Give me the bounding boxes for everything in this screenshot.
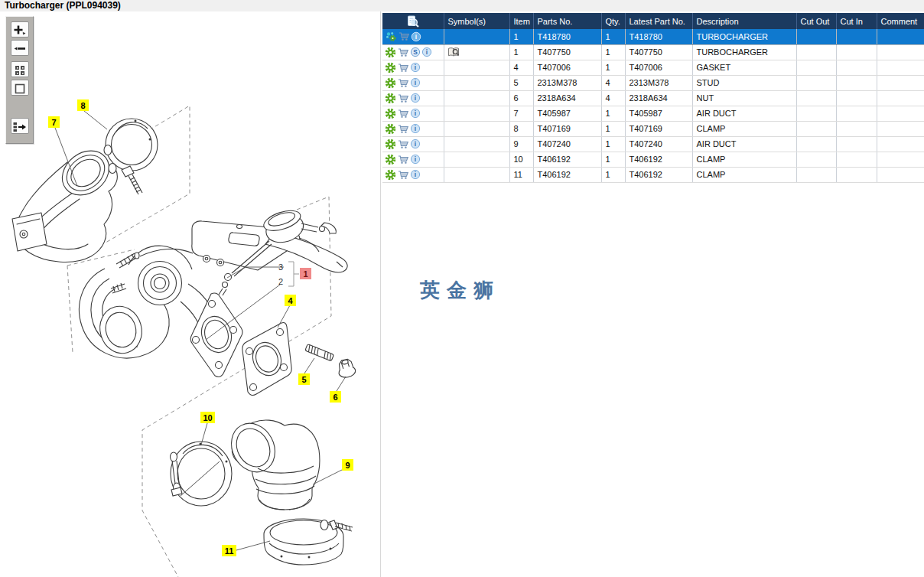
part-clamp-11[interactable]	[264, 519, 353, 565]
column-header-cut_out[interactable]: Cut Out	[796, 13, 836, 29]
gear-icon[interactable]	[385, 93, 396, 104]
add-to-cart-icon[interactable]	[397, 169, 409, 181]
toggle-list-icon	[13, 122, 27, 132]
cell-comment	[877, 167, 924, 182]
add-to-cart-icon[interactable]	[397, 139, 409, 150]
cell-qty: 1	[601, 167, 625, 182]
part-row-6-item-7[interactable]: i7T4059871T405987AIR DUCT	[382, 106, 924, 121]
cell-latest_part_no: 2318A634	[625, 90, 692, 106]
cell-symbols	[444, 106, 509, 121]
zoom-in-button[interactable]	[11, 21, 29, 37]
callout-label-9[interactable]: 9	[345, 461, 350, 470]
add-to-cart-icon[interactable]	[397, 77, 409, 89]
gear-icon[interactable]	[385, 139, 396, 150]
column-header-comment[interactable]: Comment	[877, 13, 924, 29]
item-1-bracket	[288, 262, 299, 286]
gear-icon[interactable]	[385, 47, 396, 58]
cell-symbols	[444, 152, 509, 167]
cell-qty: 1	[601, 136, 625, 152]
cell-item: 6	[509, 90, 533, 106]
add-to-cart-icon[interactable]	[397, 93, 409, 104]
part-air-duct-9[interactable]	[223, 416, 320, 510]
add-to-cart-icon[interactable]	[398, 31, 410, 42]
cell-parts_no: T405987	[533, 106, 601, 121]
zoom-out-button[interactable]	[11, 40, 29, 56]
info-icon[interactable]: i	[410, 154, 421, 165]
column-header-qty[interactable]: Qty.	[601, 13, 625, 29]
info-icon[interactable]: i	[411, 31, 421, 42]
column-header-latest_part_no[interactable]: Latest Part No.	[625, 13, 692, 29]
cell-cut_in	[836, 152, 877, 167]
info-icon[interactable]: i	[410, 108, 421, 119]
replaced-part-icon[interactable]	[385, 31, 397, 42]
symbol-book-icon[interactable]	[447, 47, 460, 58]
svg-text:i: i	[415, 109, 416, 117]
callout-label-11[interactable]: 11	[225, 546, 234, 556]
gear-icon[interactable]	[385, 77, 396, 89]
callout-label-7[interactable]: 7	[51, 118, 56, 127]
info-icon[interactable]: i	[410, 93, 421, 103]
cell-description: TURBOCHARGER	[692, 44, 796, 60]
callout-label-5[interactable]: 5	[301, 375, 306, 384]
cell-latest_part_no: T406192	[625, 167, 692, 182]
part-row-7-item-8[interactable]: i8T4071691T407169CLAMP	[382, 121, 924, 136]
column-header-cut_in[interactable]: Cut In	[836, 13, 877, 29]
tile-view-button[interactable]	[11, 61, 29, 77]
part-clamp-10[interactable]	[171, 442, 233, 506]
callout-label-6[interactable]: 6	[333, 393, 337, 402]
supersession-icon[interactable]: S	[410, 47, 421, 57]
parts-table-body: i1T4187801T418780TURBOCHARGERSi1T4077501…	[382, 29, 924, 182]
info-icon[interactable]: i	[410, 62, 421, 73]
part-row-5-item-6[interactable]: i62318A63442318A634NUT	[382, 90, 924, 106]
info-icon[interactable]: i	[421, 47, 432, 57]
diagram-toolbar	[5, 16, 34, 144]
add-to-cart-icon[interactable]	[397, 108, 409, 119]
add-to-cart-icon[interactable]	[397, 154, 409, 165]
column-header-description[interactable]: Description	[692, 13, 796, 29]
gear-icon[interactable]	[385, 62, 396, 73]
column-header-item[interactable]: Item	[509, 13, 533, 29]
pane-divider[interactable]	[380, 11, 381, 577]
callout-label-4[interactable]: 4	[288, 296, 293, 305]
column-header-symbols[interactable]: Symbol(s)	[444, 13, 509, 29]
gear-icon[interactable]	[385, 154, 396, 165]
part-row-2-item-1[interactable]: Si1T4077501T407750TURBOCHARGER	[382, 44, 924, 60]
part-row-4-item-5[interactable]: i52313M37842313M378STUD	[382, 75, 924, 90]
callout-label-1[interactable]: 1	[303, 269, 307, 279]
cell-description: STUD	[692, 75, 796, 90]
info-icon[interactable]: i	[410, 123, 421, 134]
part-row-1-item-1[interactable]: i1T4187801T418780TURBOCHARGER	[382, 29, 924, 44]
callout-label-10[interactable]: 10	[203, 413, 212, 422]
gear-icon[interactable]	[385, 123, 396, 135]
cell-cut_out	[796, 136, 836, 152]
gear-icon[interactable]	[385, 108, 396, 119]
add-to-cart-icon[interactable]	[397, 62, 409, 73]
add-to-cart-icon[interactable]	[397, 123, 409, 135]
part-air-duct-7[interactable]	[12, 142, 118, 262]
cell-item: 10	[509, 152, 533, 167]
fit-view-button[interactable]	[11, 80, 29, 96]
part-nut-6[interactable]	[337, 358, 356, 379]
part-row-3-item-4[interactable]: i4T4070061T407006GASKET	[382, 60, 924, 75]
toggle-list-button[interactable]	[11, 118, 29, 134]
part-row-9-item-10[interactable]: i10T4061921T406192CLAMP	[382, 152, 924, 167]
part-gasket-4[interactable]	[242, 323, 291, 396]
parts-search-icon	[405, 15, 420, 28]
cell-qty: 4	[601, 75, 625, 90]
add-to-cart-icon[interactable]	[397, 47, 409, 58]
cell-description: TURBOCHARGER	[692, 29, 796, 44]
parts-table[interactable]: Symbol(s)ItemParts No.Qty.Latest Part No…	[382, 13, 924, 183]
cell-item: 5	[509, 75, 533, 90]
part-row-10-item-11[interactable]: i11T4061921T406192CLAMP	[382, 167, 924, 182]
info-icon[interactable]: i	[410, 77, 421, 88]
gear-icon[interactable]	[385, 169, 396, 181]
info-icon[interactable]: i	[410, 139, 421, 149]
info-icon[interactable]: i	[410, 169, 421, 180]
part-stud-5[interactable]	[305, 344, 334, 361]
callout-label-8[interactable]: 8	[80, 101, 85, 110]
cell-cut_out	[796, 29, 836, 44]
column-header-actions[interactable]	[382, 13, 444, 29]
part-row-8-item-9[interactable]: i9T4072401T407240AIR DUCT	[382, 136, 924, 152]
column-header-parts_no[interactable]: Parts No.	[533, 13, 601, 29]
cell-parts_no: 2313M378	[533, 75, 601, 90]
